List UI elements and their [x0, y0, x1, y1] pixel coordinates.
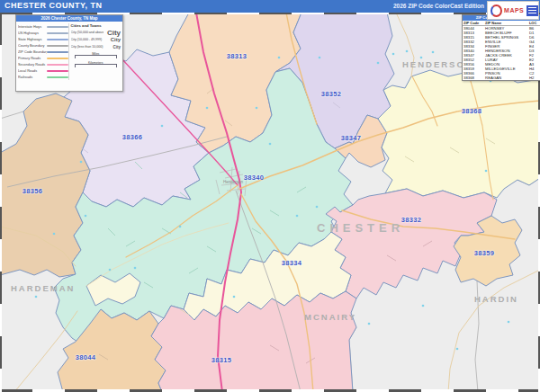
legend-item-label: US Highways — [18, 31, 47, 35]
publisher-logo: MAPS — [487, 1, 539, 20]
legend-item: Primary Roads — [18, 55, 68, 61]
zip-code-index: ZIP Code Index/Grid Locator ZIP Code ZIP… — [462, 14, 540, 81]
legend-item: Secondary Roads — [18, 61, 68, 67]
legend-city-class: City (10,000 - 49,999)City — [71, 36, 122, 43]
legend-line-swatch — [47, 64, 68, 66]
legend-item: County Boundary — [18, 42, 68, 49]
legend-line-swatch — [47, 32, 68, 34]
water-dot — [278, 57, 281, 59]
legend-line-swatch — [47, 39, 68, 40]
map-document: MADISONHENDERSONCHESTERHARDEMANMCNAIRYHA… — [0, 0, 540, 392]
water-dot — [206, 107, 209, 110]
legend-line-swatch — [47, 26, 68, 28]
legend-item: Interstate Hwys — [18, 23, 68, 30]
legend-line-swatch — [47, 45, 68, 47]
legend-line-swatch — [47, 70, 68, 72]
scale-bar-miles: Miles — [71, 52, 122, 59]
legend-item-label: ZIP Code Boundary — [18, 50, 47, 54]
logo-text: MAPS — [504, 7, 524, 13]
water-dot — [420, 57, 423, 59]
map-title: CHESTER COUNTY, TN — [4, 1, 103, 10]
water-dot — [161, 125, 164, 128]
title-bar: CHESTER COUNTY, TN 2026 ZIP Code ColorCa… — [0, 0, 540, 13]
water-dot — [319, 57, 321, 59]
legend-title: 2026 Chester County, TN Map — [16, 15, 122, 22]
water-dot — [422, 305, 425, 307]
water-dot — [35, 296, 38, 298]
zip-region-38368[interactable] — [378, 70, 540, 198]
water-dot — [432, 51, 435, 54]
logo-card-icon — [526, 5, 538, 16]
city-class-label: City (50,000 and above) — [71, 31, 104, 34]
legend-line-swatch — [47, 51, 68, 53]
water-dot — [368, 323, 371, 325]
city-class-label: City (10,000 - 49,999) — [71, 38, 104, 41]
legend-item-label: Secondary Roads — [18, 63, 47, 67]
zip-index-body: 38044HORNSBYB638313BEECH BLUFFD138315BET… — [463, 26, 540, 81]
zip-index-row: 38368REAGANH2 — [463, 76, 540, 80]
water-dot — [53, 233, 56, 236]
legend-item: Local Roads — [18, 67, 68, 74]
water-dot — [508, 321, 510, 324]
legend-road-items: Interstate HwysUS HighwaysState Highways… — [18, 23, 68, 80]
loc-cell: H2 — [528, 76, 540, 80]
legend-item: Railroads — [18, 74, 68, 80]
water-dot — [485, 170, 488, 173]
water-dot — [456, 348, 459, 351]
legend-city-classes: City (50,000 and above)CityCity (10,000 … — [71, 29, 122, 50]
legend-item: State Highways — [18, 36, 68, 42]
legend-item-label: State Highways — [18, 38, 47, 41]
grid-tickbar-left — [0, 13, 2, 392]
zip-name-cell: REAGAN — [484, 76, 528, 80]
water-dot — [316, 206, 319, 209]
logo-globe-icon — [490, 4, 502, 17]
water-dot — [109, 269, 112, 272]
water-dot — [406, 50, 409, 53]
water-dot — [134, 267, 137, 270]
edition-label: 2026 ZIP Code ColorCast Edition — [393, 3, 484, 9]
legend-item: ZIP Code Boundary — [18, 49, 68, 55]
zip-index-header-row: ZIP Code ZIP Name LOC — [463, 21, 540, 26]
legend-line-swatch — [47, 58, 68, 59]
legend-item-label: Local Roads — [18, 69, 47, 73]
legend-city-class: City (50,000 and above)City — [71, 29, 122, 36]
legend-city-class: City (less than 10,000)City — [71, 43, 122, 50]
water-dot — [269, 143, 272, 146]
water-dot — [256, 107, 258, 110]
legend-item: US Highways — [18, 30, 68, 36]
map-legend: 2026 Chester County, TN Map Interstate H… — [15, 14, 123, 92]
zip-code-cell: 38368 — [463, 76, 484, 80]
water-dot — [80, 161, 83, 164]
legend-item-label: Primary Roads — [18, 57, 47, 60]
scale-bar-kilometers: Kilometers — [71, 61, 122, 68]
city-class-sample: City — [107, 29, 121, 37]
water-dot — [296, 215, 299, 218]
city-class-label: City (less than 10,000) — [71, 45, 104, 49]
water-dot — [179, 226, 182, 228]
water-dot — [377, 62, 380, 65]
water-dot — [233, 296, 236, 298]
legend-line-swatch — [47, 76, 68, 78]
legend-item-label: Railroads — [18, 76, 47, 79]
water-dot — [392, 53, 395, 56]
city-class-sample: City — [111, 37, 121, 42]
city-class-sample: City — [112, 45, 121, 49]
legend-item-label: County Boundary — [18, 44, 47, 48]
water-dot — [85, 215, 87, 218]
legend-item-label: Interstate Hwys — [18, 25, 47, 29]
